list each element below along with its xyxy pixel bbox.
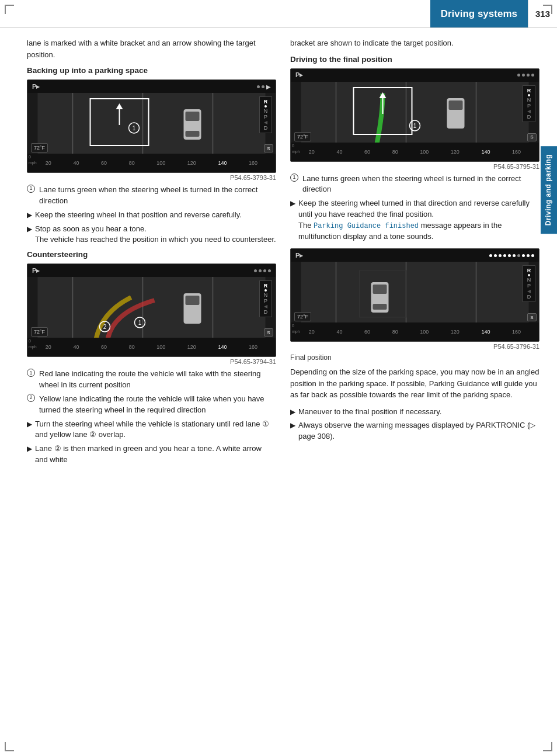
final-bullet-3: ▶ Always observe the warning messages di… <box>290 420 539 442</box>
p-indicator-4: P▸ <box>295 252 303 259</box>
right-column: bracket are shown to indicate the target… <box>290 37 539 470</box>
dot <box>499 254 502 257</box>
final-drive-heading: Driving to the final position <box>290 55 539 64</box>
speed-bar-3: 0 mph 20 40 60 80 100 120 140 160 <box>27 338 276 356</box>
speed-numbers-3: 20 40 60 80 100 120 140 160 <box>32 344 271 350</box>
p-indicator-1: P▸ <box>32 83 40 91</box>
gear-panel-3: R N P ◀ D <box>259 280 272 317</box>
svg-text:1: 1 <box>413 123 417 129</box>
speed-numbers-2: 20 40 60 80 100 120 140 160 <box>295 149 534 155</box>
left-column: lane is marked with a white bracket and … <box>27 37 276 470</box>
s-button-1: S <box>264 144 273 152</box>
svg-rect-21 <box>186 296 200 305</box>
parking-guidance-text: Parking Guidance finished <box>314 222 419 230</box>
temp-4: 72°F <box>294 312 311 321</box>
badge-c2: 2 <box>27 394 35 402</box>
dot <box>494 254 497 257</box>
caption-1: P54.65-3793-31 <box>27 174 276 181</box>
dash-svg-1: 1 <box>27 93 276 155</box>
section-final-drive: Driving to the final position P▸ <box>290 55 539 443</box>
svg-rect-12 <box>38 277 266 339</box>
temp-3: 72°F <box>31 327 48 337</box>
badge-c1: 1 <box>27 369 35 377</box>
gear-dot <box>528 274 530 276</box>
arrow-icon-f3: ▶ <box>290 421 295 431</box>
speed-numbers-4: 20 40 60 80 100 120 140 160 <box>295 329 534 335</box>
page-number: 313 <box>528 0 557 27</box>
page-header: Driving systems 313 <box>0 0 557 28</box>
arrow-icon-f2: ▶ <box>290 407 295 417</box>
gear-panel-1: R N P ◀ D <box>259 96 272 133</box>
final-bullet-2: ▶ Maneuver to the final position if nece… <box>290 407 539 418</box>
intro-left: lane is marked with a white bracket and … <box>27 37 276 60</box>
backing-heading: Backing up into a parking space <box>27 66 276 75</box>
dash-svg-3: 2 1 <box>27 277 276 339</box>
caption-2: P54.65-3795-31 <box>290 163 539 170</box>
s-button-3: S <box>264 328 273 337</box>
counter-item-1: 1 Red lane indicating the route the vehi… <box>27 369 276 391</box>
gear-dot <box>264 289 267 292</box>
section-countersteering: Countersteering P▸ <box>27 250 276 466</box>
svg-text:2: 2 <box>103 324 107 330</box>
dot <box>527 74 530 77</box>
svg-rect-40 <box>373 304 387 310</box>
dot <box>527 254 530 257</box>
dot <box>257 85 260 88</box>
backing-bullet-1: ▶ Keep the steering wheel in that positi… <box>27 210 276 221</box>
dot <box>517 254 520 257</box>
svg-rect-22 <box>301 82 529 144</box>
arrow-right-1: ▶ <box>266 84 271 90</box>
arrow-icon-1: ▶ <box>27 210 32 220</box>
section-backing: Backing up into a parking space P▸ ▶ <box>27 66 276 245</box>
final-item-1: 1 Lane turns green when the steering whe… <box>290 174 539 196</box>
countersteering-heading: Countersteering <box>27 250 276 259</box>
dot <box>489 254 492 257</box>
dot <box>263 269 266 272</box>
gear-dot <box>264 105 267 107</box>
dot <box>531 254 534 257</box>
temp-1: 72°F <box>31 143 48 152</box>
section-title: Driving systems <box>430 0 528 27</box>
speed-numbers-1: 20 40 60 80 100 120 140 160 <box>32 160 271 166</box>
dot <box>254 269 257 272</box>
dash-top-bar-2: P▸ <box>291 69 539 82</box>
dash-svg-4 <box>291 262 539 324</box>
svg-rect-11 <box>186 131 200 137</box>
main-content: lane is marked with a white bracket and … <box>0 28 557 470</box>
backing-item-1: 1 Lane turns green when the steering whe… <box>27 185 276 207</box>
svg-rect-0 <box>38 93 266 155</box>
final-paragraph: Depending on the size of the parking spa… <box>290 366 539 401</box>
corner-mark-bl <box>5 742 14 751</box>
dot <box>262 85 264 88</box>
corner-mark-tl <box>5 5 14 14</box>
speed-bar-1: 0 mph 20 40 60 80 100 120 140 160 <box>27 154 276 172</box>
final-position-label: Final position <box>290 353 539 362</box>
corner-mark-br <box>543 742 552 751</box>
svg-rect-33 <box>301 262 529 324</box>
dash-top-bar-4: P▸ <box>291 249 539 262</box>
dash-dots-1: ▶ <box>257 84 271 90</box>
badge-1: 1 <box>27 185 35 193</box>
speed-bar-4: 0 mph 20 40 60 80 100 120 140 160 <box>291 322 539 341</box>
dash-svg-2: 1 <box>291 82 539 144</box>
s-button-4: S <box>527 313 537 321</box>
s-button-2: S <box>527 133 537 141</box>
dash-top-bar-3: P▸ <box>27 264 276 277</box>
arrow-icon-c1: ▶ <box>27 419 32 429</box>
dash-dots-2 <box>517 74 534 77</box>
corner-mark-tr <box>543 5 552 14</box>
dot <box>522 254 525 257</box>
arrow-icon-2: ▶ <box>27 224 32 234</box>
dash-image-2: P▸ <box>290 68 539 162</box>
speed-bar-2: 0 mph 20 40 60 80 100 120 140 160 <box>291 143 539 161</box>
intro-right: bracket are shown to indicate the target… <box>290 37 539 49</box>
dash-dots-4 <box>489 254 534 257</box>
temp-2: 72°F <box>294 132 311 141</box>
backing-bullet-2: ▶ Stop as soon as you hear a tone.The ve… <box>27 224 276 246</box>
arrow-icon-f1: ▶ <box>290 199 295 209</box>
gear-dot <box>528 94 530 96</box>
svg-rect-10 <box>186 112 200 121</box>
badge-f1: 1 <box>290 174 298 182</box>
svg-rect-32 <box>449 100 463 110</box>
dash-image-3: P▸ <box>27 263 276 357</box>
